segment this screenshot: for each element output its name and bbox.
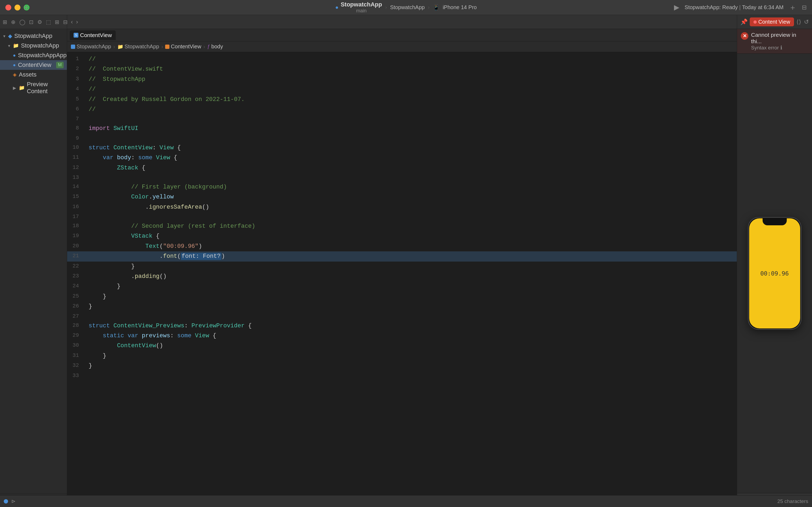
pin-icon[interactable]: 📌: [740, 18, 748, 25]
phone-mockup: 00:09.96: [748, 217, 802, 330]
nav-back-icon[interactable]: ‹: [71, 18, 73, 25]
sidebar-item-stopwatchapp-root[interactable]: ▾ ◆ StopwatchApp: [0, 31, 67, 41]
layout-button[interactable]: ⊟: [802, 4, 807, 11]
sidebar-icon-6[interactable]: ⬚: [46, 19, 51, 25]
bc-icon-orange: [165, 45, 169, 49]
code-line-6: 6 //: [67, 105, 737, 114]
tab-icon-swift: S: [73, 33, 78, 38]
code-line-33: 33: [67, 371, 737, 380]
sidebar-item-preview-content[interactable]: ▶ 📁 Preview Content: [0, 79, 67, 96]
modified-badge: M: [56, 62, 64, 68]
sidebar-item-assets[interactable]: ◈ Assets: [0, 70, 67, 79]
sidebar-icon-3[interactable]: ◯: [19, 19, 25, 25]
sidebar-icon-7[interactable]: ⊞: [55, 19, 59, 25]
bc-folder-icon: 📁: [117, 44, 123, 50]
code-line-12: 12 ZStack {: [67, 163, 737, 173]
sidebar-icon-5[interactable]: ⚙: [37, 19, 42, 25]
code-line-15: 15 Color.yellow: [67, 192, 737, 202]
breadcrumb-item-2[interactable]: 📁 StopwatchApp: [117, 44, 159, 50]
bc-label-4: body: [211, 44, 223, 50]
project-icon: ◆: [8, 33, 12, 39]
code-line-32: 32 }: [67, 361, 737, 371]
code-line-28: 28 struct ContentView_Previews: PreviewP…: [67, 321, 737, 331]
main-layout: ⊞ ⊕ ◯ ⊡ ⚙ ⬚ ⊞ ⊟ ▾ ◆ StopwatchApp ▾ 📁 Sto…: [0, 15, 812, 507]
sidebar-icon-2[interactable]: ⊕: [11, 19, 15, 25]
indent-hint: ⊳: [11, 498, 15, 504]
code-line-4: 4 //: [67, 84, 737, 94]
app-title: StopwatchApp: [341, 1, 382, 8]
tab-label: ContentView: [80, 32, 112, 39]
code-line-17: 17: [67, 212, 737, 221]
sidebar-label-stopwatchapp-group: StopwatchApp: [21, 42, 64, 49]
titlebar-center: ● StopwatchApp main › StopwatchApp › 📱 i…: [335, 1, 477, 14]
sidebar-icon-1[interactable]: ⊞: [3, 19, 7, 25]
status-left: ⊳: [4, 498, 15, 504]
titlebar-right: ▶ StopwatchApp: Ready | Today at 6:34 AM…: [674, 2, 807, 13]
sidebar-icon-4[interactable]: ⊡: [29, 19, 34, 25]
content-view-button[interactable]: Content View: [750, 17, 794, 26]
error-text: Cannot preview in thi... Syntax error ℹ: [751, 32, 808, 51]
sidebar-toggle-icon[interactable]: ⊞: [23, 4, 29, 11]
titlebar: ⊞ ● StopwatchApp main › StopwatchApp › 📱…: [0, 0, 812, 15]
code-line-24: 24 }: [67, 281, 737, 291]
code-line-5: 5 // Created by Russell Gordon on 2022-1…: [67, 95, 737, 105]
code-line-27: 27: [67, 312, 737, 321]
breadcrumb-item-4[interactable]: ƒ body: [207, 44, 223, 50]
bc-label-2: StopwatchApp: [125, 44, 159, 50]
sidebar-label-preview: Preview Content: [27, 81, 64, 95]
minimize-button[interactable]: [14, 5, 20, 10]
phone-notch: [763, 218, 787, 225]
error-info-icon[interactable]: ℹ: [780, 45, 782, 51]
code-line-30: 30 ContentView(): [67, 341, 737, 351]
sidebar-content: ▾ ◆ StopwatchApp ▾ 📁 StopwatchApp ● Stop…: [0, 29, 67, 494]
sidebar-label-contentview: ContentView: [18, 61, 54, 68]
code-editor[interactable]: 1 // 2 // ContentView.swift 3 // Stopwat…: [67, 52, 737, 496]
code-line-3: 3 // StopwatchApp: [67, 74, 737, 84]
nav-forward-icon[interactable]: ›: [76, 18, 78, 25]
preview-toolbar: 📌 Content View ⟨⟩ ↺: [737, 15, 812, 29]
sidebar-label-assets: Assets: [19, 71, 64, 78]
sidebar-label-stopwatchappapp: StopwatchAppApp: [18, 52, 67, 59]
editor-area: ‹ › S ContentView StopwatchApp › 📁 Stopw…: [67, 15, 737, 507]
code-line-11: 11 var body: some View {: [67, 153, 737, 163]
phone-screen: 00:09.96: [749, 218, 800, 328]
tree-arrow-icon: ▾: [3, 34, 5, 39]
code-line-14: 14 // First layer (background): [67, 182, 737, 192]
code-line-13: 13: [67, 173, 737, 182]
bc-func-icon: ƒ: [207, 44, 210, 49]
bc-label-3: ContentView: [171, 44, 201, 50]
status-label: StopwatchApp: Ready | Today at 6:34 AM: [685, 4, 784, 10]
preview-code-icon[interactable]: ⟨⟩: [797, 18, 801, 25]
sidebar-toolbar: ⊞ ⊕ ◯ ⊡ ⚙ ⬚ ⊞ ⊟: [0, 15, 67, 29]
sidebar-item-stopwatchapp-group[interactable]: ▾ 📁 StopwatchApp: [0, 41, 67, 51]
app-subtitle: main: [356, 8, 366, 14]
tree-arrow-preview-icon: ▶: [13, 86, 16, 91]
breadcrumb-item-3[interactable]: ContentView: [165, 44, 201, 50]
close-button[interactable]: [5, 5, 11, 10]
code-line-16: 16 .ignoresSafeArea(): [67, 202, 737, 212]
code-line-19: 19 VStack {: [67, 231, 737, 241]
code-line-25: 25 }: [67, 292, 737, 301]
tab-contentview[interactable]: S ContentView: [70, 30, 116, 40]
run-button[interactable]: ▶: [674, 3, 679, 11]
phone-time-display: 00:09.96: [760, 270, 789, 277]
bc-sep-1: ›: [113, 44, 115, 50]
tab-bar: S ContentView: [67, 29, 737, 41]
device-icon: 📱: [433, 4, 440, 11]
char-count: 25 characters: [777, 498, 808, 504]
folder-icon-preview: 📁: [19, 85, 25, 91]
editor-toolbar: ‹ ›: [67, 15, 737, 29]
code-line-22: 22 }: [67, 262, 737, 272]
sidebar-item-stopwatchappapp[interactable]: ● StopwatchAppApp: [0, 51, 67, 60]
code-line-18: 18 // Second layer (rest of interface): [67, 221, 737, 231]
code-line-1: 1 //: [67, 54, 737, 64]
swift-icon-cv: ●: [13, 62, 16, 68]
sidebar-item-contentview[interactable]: ● ContentView M: [0, 60, 67, 70]
preview-refresh-icon[interactable]: ↺: [804, 18, 809, 25]
content-view-dot: [753, 20, 757, 23]
bc-sep-3: ›: [203, 44, 205, 50]
add-button[interactable]: ＋: [789, 2, 797, 13]
code-line-8: 8 import SwiftUI: [67, 123, 737, 133]
code-line-21: 21 .font(font: Font?): [67, 251, 737, 261]
breadcrumb-item-1[interactable]: StopwatchApp: [71, 44, 111, 50]
